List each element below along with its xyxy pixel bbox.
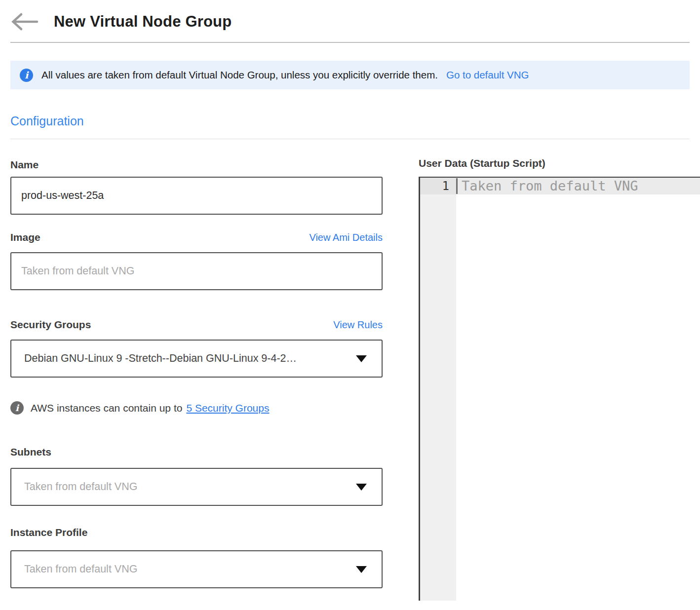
info-banner: i All values are taken from default Virt… (10, 61, 690, 89)
subnets-select[interactable]: Taken from default VNG (10, 468, 383, 506)
five-security-groups-link[interactable]: 5 Security Groups (186, 402, 269, 414)
view-rules-link[interactable]: View Rules (333, 319, 383, 331)
page-header: New Virtual Node Group (10, 0, 700, 32)
header-divider (10, 42, 690, 43)
line-number: 1 (420, 178, 456, 194)
editor-code-area[interactable]: Taken from default VNG (456, 178, 700, 601)
page-title: New Virtual Node Group (54, 13, 232, 31)
back-arrow-icon (10, 12, 39, 32)
banner-text: All values are taken from default Virtua… (41, 69, 438, 81)
name-input[interactable] (10, 177, 383, 215)
chevron-down-icon (356, 566, 367, 573)
info-icon: i (10, 401, 24, 415)
info-icon: i (20, 69, 33, 82)
view-ami-details-link[interactable]: View Ami Details (309, 232, 383, 243)
form-right-column: User Data (Startup Script) 1 Taken from … (419, 139, 700, 601)
security-groups-value: Debian GNU-Linux 9 -Stretch--Debian GNU-… (24, 352, 348, 365)
go-to-default-vng-link[interactable]: Go to default VNG (446, 69, 529, 81)
chevron-down-icon (356, 355, 367, 362)
section-title-configuration: Configuration (10, 114, 700, 128)
editor-active-line: Taken from default VNG (456, 178, 700, 194)
security-groups-select[interactable]: Debian GNU-Linux 9 -Stretch--Debian GNU-… (10, 340, 383, 378)
image-field-group: Image View Ami Details (10, 231, 383, 290)
security-groups-label: Security Groups (10, 319, 91, 331)
subnets-placeholder: Taken from default VNG (24, 481, 348, 493)
form-left-column: Name Image View Ami Details Security Gro… (10, 139, 383, 601)
instance-profile-label: Instance Profile (10, 527, 87, 538)
editor-gutter: 1 (420, 178, 456, 601)
text-cursor (456, 178, 458, 194)
name-field-group: Name (10, 159, 383, 215)
security-groups-note: i AWS instances can contain up to 5 Secu… (10, 401, 383, 415)
subnets-label: Subnets (10, 446, 51, 458)
name-label: Name (10, 159, 39, 171)
form-main: Name Image View Ami Details Security Gro… (10, 139, 700, 601)
image-input[interactable] (10, 252, 383, 290)
instance-profile-select[interactable]: Taken from default VNG (10, 550, 383, 588)
note-text: AWS instances can contain up to (31, 402, 182, 414)
subnets-field-group: Subnets Taken from default VNG (10, 446, 383, 506)
new-vng-page: New Virtual Node Group i All values are … (0, 0, 700, 601)
security-groups-field-group: Security Groups View Rules Debian GNU-Li… (10, 319, 383, 378)
user-data-label: User Data (Startup Script) (419, 157, 700, 169)
instance-profile-field-group: Instance Profile Taken from default VNG (10, 527, 383, 588)
chevron-down-icon (356, 484, 367, 491)
back-button[interactable] (10, 12, 39, 32)
user-data-editor[interactable]: 1 Taken from default VNG (419, 177, 700, 601)
instance-profile-placeholder: Taken from default VNG (24, 563, 348, 575)
editor-placeholder: Taken from default VNG (462, 178, 638, 194)
image-label: Image (10, 231, 40, 243)
